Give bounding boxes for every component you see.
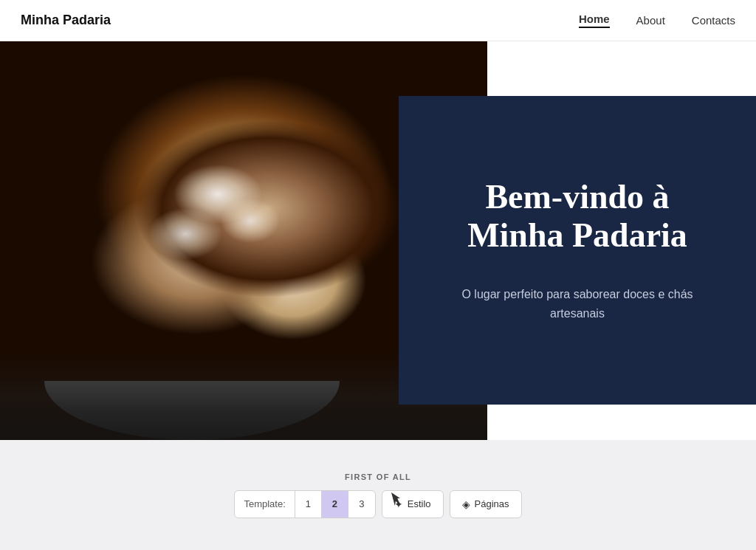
controls-row: Template: 1 2 3 ✦ Estilo ◈ Páginas [234,490,521,518]
hero-text-box: Bem-vindo à Minha Padaria O lugar perfei… [399,96,756,405]
estilo-button[interactable]: ✦ Estilo [382,490,444,518]
template-label: Template: [235,491,295,518]
paginas-label: Páginas [475,498,509,509]
hero-subtitle: O lugar perfeito para saborear doces e c… [443,285,712,323]
estilo-label: Estilo [408,498,431,509]
nav-item-about[interactable]: About [636,14,665,27]
nav-item-contacts[interactable]: Contacts [692,14,735,27]
paginas-icon: ◈ [462,498,470,510]
template-selector: Template: 1 2 3 [234,490,375,518]
hero-title: Bem-vindo à Minha Padaria [443,178,712,256]
template-option-3[interactable]: 3 [348,491,375,518]
template-option-1[interactable]: 1 [295,491,322,518]
header: Minha Padaria Home About Contacts [0,0,756,41]
section-label: FIRST OF ALL [345,472,411,481]
paginas-button[interactable]: ◈ Páginas [450,490,522,518]
site-logo: Minha Padaria [21,13,111,28]
nav-item-home[interactable]: Home [579,13,610,28]
hero-section: Bem-vindo à Minha Padaria O lugar perfei… [0,41,756,440]
bottom-toolbar: FIRST OF ALL Template: 1 2 3 ✦ Estilo ◈ … [0,440,756,550]
navigation: Home About Contacts [579,13,735,28]
template-option-2[interactable]: 2 [322,491,348,518]
